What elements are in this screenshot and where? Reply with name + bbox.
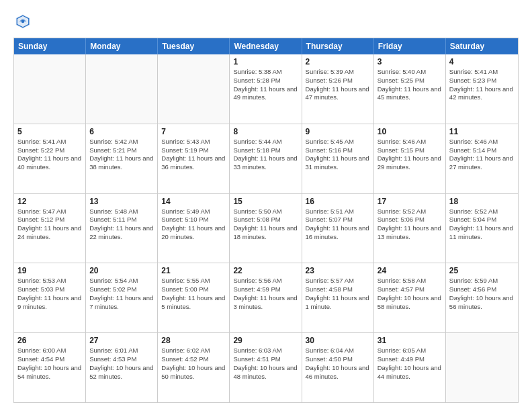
day-info: Sunrise: 5:53 AM Sunset: 5:03 PM Dayligh…: [17, 277, 82, 311]
day-info: Sunrise: 5:39 AM Sunset: 5:26 PM Dayligh…: [306, 68, 370, 102]
day-number: 2: [306, 57, 370, 66]
day-info: Sunrise: 6:04 AM Sunset: 4:50 PM Dayligh…: [306, 347, 370, 381]
day-info: Sunrise: 5:57 AM Sunset: 4:58 PM Dayligh…: [306, 277, 370, 311]
weekday-header-thursday: Thursday: [302, 38, 374, 54]
day-info: Sunrise: 5:40 AM Sunset: 5:25 PM Dayligh…: [378, 68, 442, 102]
day-number: 7: [161, 127, 226, 136]
day-cell-25: 25Sunrise: 5:59 AM Sunset: 4:56 PM Dayli…: [446, 263, 518, 332]
day-cell-23: 23Sunrise: 5:57 AM Sunset: 4:58 PM Dayli…: [302, 263, 374, 332]
day-number: 30: [306, 336, 370, 345]
day-info: Sunrise: 5:51 AM Sunset: 5:07 PM Dayligh…: [306, 208, 370, 242]
empty-cell-r0c2: [158, 54, 230, 124]
day-cell-26: 26Sunrise: 6:00 AM Sunset: 4:54 PM Dayli…: [14, 333, 86, 402]
calendar-row-5: 26Sunrise: 6:00 AM Sunset: 4:54 PM Dayli…: [14, 332, 518, 402]
calendar-row-2: 5Sunrise: 5:41 AM Sunset: 5:22 PM Daylig…: [14, 124, 518, 193]
day-number: 22: [233, 266, 298, 275]
day-number: 29: [233, 336, 298, 345]
calendar-body: 1Sunrise: 5:38 AM Sunset: 5:28 PM Daylig…: [14, 54, 518, 402]
day-info: Sunrise: 5:49 AM Sunset: 5:10 PM Dayligh…: [161, 208, 226, 242]
day-cell-3: 3Sunrise: 5:40 AM Sunset: 5:25 PM Daylig…: [374, 54, 446, 124]
day-info: Sunrise: 5:46 AM Sunset: 5:14 PM Dayligh…: [449, 138, 515, 172]
day-number: 27: [89, 336, 154, 345]
day-cell-17: 17Sunrise: 5:52 AM Sunset: 5:06 PM Dayli…: [374, 194, 446, 263]
day-info: Sunrise: 5:48 AM Sunset: 5:11 PM Dayligh…: [89, 208, 154, 242]
day-number: 10: [378, 127, 442, 136]
day-info: Sunrise: 6:03 AM Sunset: 4:51 PM Dayligh…: [233, 347, 298, 381]
day-number: 12: [17, 197, 82, 206]
day-cell-6: 6Sunrise: 5:42 AM Sunset: 5:21 PM Daylig…: [86, 124, 158, 193]
day-cell-27: 27Sunrise: 6:01 AM Sunset: 4:53 PM Dayli…: [86, 333, 158, 402]
day-number: 25: [449, 266, 515, 275]
day-info: Sunrise: 5:50 AM Sunset: 5:08 PM Dayligh…: [233, 208, 298, 242]
header: [13, 12, 519, 31]
day-cell-4: 4Sunrise: 5:41 AM Sunset: 5:23 PM Daylig…: [446, 54, 518, 124]
day-number: 5: [17, 127, 82, 136]
day-info: Sunrise: 5:45 AM Sunset: 5:16 PM Dayligh…: [306, 138, 370, 172]
day-cell-18: 18Sunrise: 5:52 AM Sunset: 5:04 PM Dayli…: [446, 194, 518, 263]
weekday-header-sunday: Sunday: [14, 38, 86, 54]
svg-point-2: [21, 20, 24, 23]
empty-cell-r0c1: [86, 54, 158, 124]
day-info: Sunrise: 5:47 AM Sunset: 5:12 PM Dayligh…: [17, 208, 82, 242]
day-info: Sunrise: 6:01 AM Sunset: 4:53 PM Dayligh…: [89, 347, 154, 381]
empty-cell-r4c6: [446, 333, 518, 402]
day-cell-5: 5Sunrise: 5:41 AM Sunset: 5:22 PM Daylig…: [14, 124, 86, 193]
day-number: 6: [89, 127, 154, 136]
day-info: Sunrise: 5:38 AM Sunset: 5:28 PM Dayligh…: [233, 68, 298, 102]
day-number: 15: [233, 197, 298, 206]
day-info: Sunrise: 5:58 AM Sunset: 4:57 PM Dayligh…: [378, 277, 442, 311]
day-cell-16: 16Sunrise: 5:51 AM Sunset: 5:07 PM Dayli…: [302, 194, 374, 263]
day-cell-22: 22Sunrise: 5:56 AM Sunset: 4:59 PM Dayli…: [230, 263, 302, 332]
day-info: Sunrise: 5:54 AM Sunset: 5:02 PM Dayligh…: [89, 277, 154, 311]
day-number: 17: [378, 197, 442, 206]
day-cell-30: 30Sunrise: 6:04 AM Sunset: 4:50 PM Dayli…: [302, 333, 374, 402]
weekday-header-wednesday: Wednesday: [230, 38, 302, 54]
calendar-row-4: 19Sunrise: 5:53 AM Sunset: 5:03 PM Dayli…: [14, 263, 518, 332]
day-number: 1: [233, 57, 298, 66]
day-info: Sunrise: 5:52 AM Sunset: 5:04 PM Dayligh…: [449, 208, 515, 242]
day-number: 23: [306, 266, 370, 275]
day-cell-7: 7Sunrise: 5:43 AM Sunset: 5:19 PM Daylig…: [158, 124, 230, 193]
day-info: Sunrise: 5:42 AM Sunset: 5:21 PM Dayligh…: [89, 138, 154, 172]
day-cell-15: 15Sunrise: 5:50 AM Sunset: 5:08 PM Dayli…: [230, 194, 302, 263]
day-info: Sunrise: 6:05 AM Sunset: 4:49 PM Dayligh…: [378, 347, 442, 381]
weekday-header-monday: Monday: [86, 38, 158, 54]
day-number: 28: [161, 336, 226, 345]
day-info: Sunrise: 6:00 AM Sunset: 4:54 PM Dayligh…: [17, 347, 82, 381]
day-number: 21: [161, 266, 226, 275]
day-info: Sunrise: 5:59 AM Sunset: 4:56 PM Dayligh…: [449, 277, 515, 311]
day-number: 4: [449, 57, 515, 66]
day-number: 19: [17, 266, 82, 275]
day-cell-10: 10Sunrise: 5:46 AM Sunset: 5:15 PM Dayli…: [374, 124, 446, 193]
day-cell-28: 28Sunrise: 6:02 AM Sunset: 4:52 PM Dayli…: [158, 333, 230, 402]
day-info: Sunrise: 5:43 AM Sunset: 5:19 PM Dayligh…: [161, 138, 226, 172]
day-number: 3: [378, 57, 442, 66]
calendar-row-1: 1Sunrise: 5:38 AM Sunset: 5:28 PM Daylig…: [14, 54, 518, 124]
day-cell-20: 20Sunrise: 5:54 AM Sunset: 5:02 PM Dayli…: [86, 263, 158, 332]
day-info: Sunrise: 5:46 AM Sunset: 5:15 PM Dayligh…: [378, 138, 442, 172]
day-info: Sunrise: 5:44 AM Sunset: 5:18 PM Dayligh…: [233, 138, 298, 172]
day-number: 14: [161, 197, 226, 206]
day-cell-31: 31Sunrise: 6:05 AM Sunset: 4:49 PM Dayli…: [374, 333, 446, 402]
day-number: 9: [306, 127, 370, 136]
day-info: Sunrise: 5:41 AM Sunset: 5:22 PM Dayligh…: [17, 138, 82, 172]
day-info: Sunrise: 5:41 AM Sunset: 5:23 PM Dayligh…: [449, 68, 515, 102]
day-cell-11: 11Sunrise: 5:46 AM Sunset: 5:14 PM Dayli…: [446, 124, 518, 193]
day-number: 11: [449, 127, 515, 136]
day-number: 24: [378, 266, 442, 275]
day-cell-8: 8Sunrise: 5:44 AM Sunset: 5:18 PM Daylig…: [230, 124, 302, 193]
day-number: 31: [378, 336, 442, 345]
weekday-header-saturday: Saturday: [446, 38, 518, 54]
day-info: Sunrise: 5:56 AM Sunset: 4:59 PM Dayligh…: [233, 277, 298, 311]
logo-icon: [13, 12, 32, 31]
day-cell-29: 29Sunrise: 6:03 AM Sunset: 4:51 PM Dayli…: [230, 333, 302, 402]
logo: [13, 12, 35, 31]
day-number: 20: [89, 266, 154, 275]
day-number: 16: [306, 197, 370, 206]
day-cell-21: 21Sunrise: 5:55 AM Sunset: 5:00 PM Dayli…: [158, 263, 230, 332]
day-cell-14: 14Sunrise: 5:49 AM Sunset: 5:10 PM Dayli…: [158, 194, 230, 263]
calendar-header: SundayMondayTuesdayWednesdayThursdayFrid…: [14, 38, 518, 54]
day-number: 13: [89, 197, 154, 206]
weekday-header-friday: Friday: [374, 38, 446, 54]
calendar: SundayMondayTuesdayWednesdayThursdayFrid…: [13, 38, 519, 403]
